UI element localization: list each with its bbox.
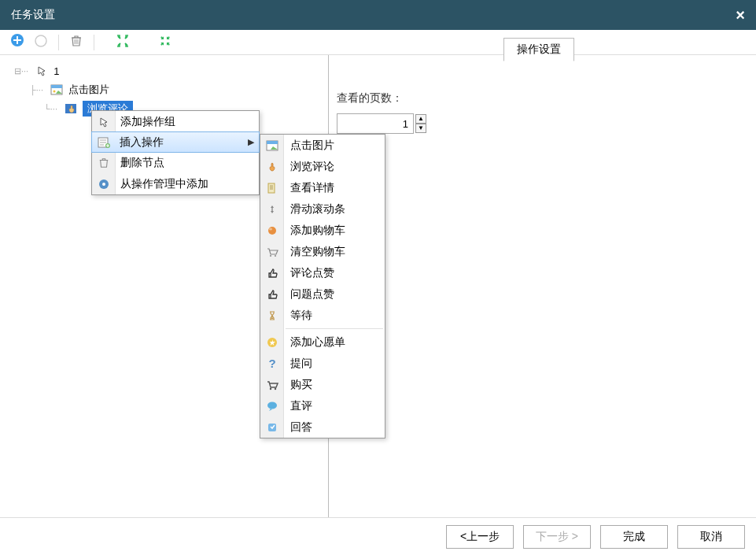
submenu-ask[interactable]: ? 提问 bbox=[260, 353, 385, 374]
spinner-up[interactable]: ▲ bbox=[415, 114, 426, 124]
insert-submenu: 点击图片 浏览评论 查看详情 滑动滚动条 添加购物车 清空购物车 评论点赞 问题… bbox=[260, 134, 385, 438]
menu-label: 滑动滚动条 bbox=[290, 202, 345, 216]
tree-connector: ├··· bbox=[30, 85, 43, 94]
tab-settings[interactable]: 操作设置 bbox=[503, 38, 574, 61]
submenu-scroll[interactable]: 滑动滚动条 bbox=[260, 198, 385, 220]
submenu-like-comment[interactable]: 评论点赞 bbox=[260, 262, 385, 283]
window-title: 任务设置 bbox=[11, 8, 55, 22]
pages-spinner: ▲ ▼ bbox=[337, 113, 748, 134]
thumbs-up-icon bbox=[265, 287, 279, 302]
menu-label: 购买 bbox=[290, 378, 312, 392]
gear-icon bbox=[97, 177, 111, 191]
close-icon[interactable]: × bbox=[736, 6, 745, 24]
submenu-like-question[interactable]: 问题点赞 bbox=[260, 283, 385, 305]
svg-rect-12 bbox=[268, 183, 275, 193]
submenu-add-cart[interactable]: 添加购物车 bbox=[260, 220, 385, 241]
submenu-browse-comments[interactable]: 浏览评论 bbox=[260, 156, 385, 177]
menu-insert-op[interactable]: 插入操作 ▶ bbox=[91, 131, 260, 153]
cancel-button[interactable]: 取消 bbox=[677, 525, 745, 549]
speech-icon bbox=[265, 399, 279, 413]
tree-item-label: 点击图片 bbox=[68, 83, 109, 97]
menu-divider bbox=[286, 328, 383, 329]
circle-icon bbox=[35, 35, 47, 50]
hand-icon bbox=[64, 102, 78, 116]
trash-icon bbox=[97, 156, 111, 170]
titlebar: 任务设置 × bbox=[0, 0, 756, 30]
disabled-action-button bbox=[30, 32, 52, 53]
collapse-all-button[interactable] bbox=[154, 32, 176, 53]
submenu-wait[interactable]: 等待 bbox=[260, 305, 385, 326]
submenu-direct-comment[interactable]: 直评 bbox=[260, 395, 385, 416]
context-menu: 添加操作组 插入操作 ▶ 删除节点 从操作管理中添加 bbox=[91, 110, 260, 195]
menu-label: 等待 bbox=[290, 309, 312, 323]
toolbar-separator bbox=[94, 35, 94, 50]
svg-point-19 bbox=[270, 387, 271, 389]
delete-button[interactable] bbox=[65, 32, 87, 53]
cart-buy-icon bbox=[265, 378, 279, 392]
toolbar bbox=[0, 30, 756, 55]
menu-add-group[interactable]: 添加操作组 bbox=[92, 111, 259, 132]
svg-point-16 bbox=[270, 255, 271, 257]
prev-button[interactable]: <上一步 bbox=[446, 525, 514, 549]
submenu-add-wishlist[interactable]: 添加心愿单 bbox=[260, 331, 385, 353]
submenu-view-details[interactable]: 查看详情 bbox=[260, 177, 385, 198]
menu-label: 评论点赞 bbox=[290, 266, 334, 280]
menu-label: 直评 bbox=[290, 399, 312, 413]
next-button: 下一步 > bbox=[523, 525, 591, 549]
svg-point-4 bbox=[53, 91, 55, 93]
pages-input[interactable] bbox=[337, 113, 414, 134]
expand-icon bbox=[116, 35, 129, 50]
menu-delete-node[interactable]: 删除节点 bbox=[92, 152, 259, 173]
hand-icon bbox=[265, 160, 279, 174]
trash-icon bbox=[70, 35, 83, 50]
svg-rect-3 bbox=[51, 85, 62, 88]
svg-rect-13 bbox=[271, 208, 273, 211]
submenu-arrow-icon: ▶ bbox=[248, 137, 254, 147]
pages-label: 查看的页数： bbox=[337, 91, 748, 105]
submenu-buy[interactable]: 购买 bbox=[260, 374, 385, 395]
spinner-down[interactable]: ▼ bbox=[415, 124, 426, 133]
submenu-answer[interactable]: 回答 bbox=[260, 416, 385, 438]
finish-button[interactable]: 完成 bbox=[600, 525, 668, 549]
cursor-icon bbox=[97, 115, 111, 129]
config-panel: 操作设置 查看的页数： ▲ ▼ bbox=[329, 55, 756, 517]
menu-add-from-mgmt[interactable]: 从操作管理中添加 bbox=[92, 173, 259, 194]
expand-all-button[interactable] bbox=[112, 32, 134, 53]
question-icon: ? bbox=[265, 357, 279, 371]
cart-icon bbox=[265, 245, 279, 259]
svg-point-9 bbox=[102, 183, 105, 186]
insert-icon bbox=[97, 135, 111, 150]
footer: <上一步 下一步 > 完成 取消 bbox=[0, 517, 756, 555]
tree-item[interactable]: ├··· 点击图片 bbox=[5, 80, 323, 99]
menu-label: 添加操作组 bbox=[120, 115, 175, 129]
menu-label: 查看详情 bbox=[290, 181, 334, 195]
menu-label: 插入操作 bbox=[120, 135, 164, 150]
svg-rect-11 bbox=[267, 141, 278, 144]
svg-point-17 bbox=[275, 255, 276, 257]
menu-label: 清空购物车 bbox=[290, 245, 345, 259]
star-icon bbox=[265, 335, 279, 350]
menu-label: 浏览评论 bbox=[290, 160, 334, 174]
image-icon bbox=[50, 83, 64, 97]
add-button[interactable] bbox=[6, 32, 28, 53]
menu-label: 删除节点 bbox=[120, 156, 164, 170]
menu-label: 添加心愿单 bbox=[290, 335, 345, 350]
config-area: 查看的页数： ▲ ▼ bbox=[329, 55, 756, 142]
submenu-click-image[interactable]: 点击图片 bbox=[260, 135, 385, 156]
collapse-icon bbox=[160, 35, 171, 49]
svg-point-21 bbox=[267, 401, 277, 409]
document-icon bbox=[265, 181, 279, 195]
tree-root[interactable]: ⊟··· 1 bbox=[5, 61, 323, 80]
menu-label: 添加购物车 bbox=[290, 224, 345, 238]
cursor-icon bbox=[35, 64, 49, 78]
tree-connector: ⊟··· bbox=[14, 66, 28, 76]
image-icon bbox=[265, 139, 279, 153]
thumbs-up-icon bbox=[265, 266, 279, 280]
svg-point-14 bbox=[268, 227, 276, 235]
submenu-clear-cart[interactable]: 清空购物车 bbox=[260, 241, 385, 262]
hourglass-icon bbox=[265, 309, 279, 323]
menu-label: 提问 bbox=[290, 357, 312, 371]
ball-icon bbox=[265, 224, 279, 238]
plus-icon bbox=[10, 33, 24, 51]
tree-connector: └··· bbox=[44, 104, 57, 113]
